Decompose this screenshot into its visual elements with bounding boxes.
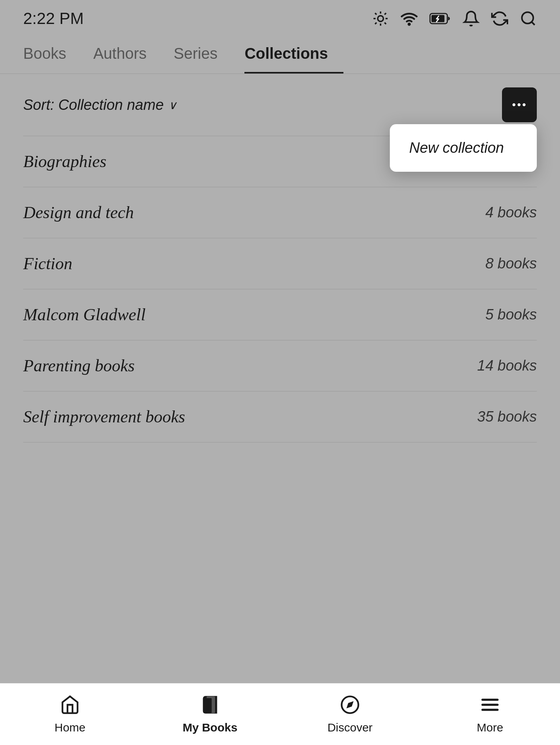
collection-item-fiction[interactable]: Fiction 8 books [23, 238, 537, 289]
sort-label[interactable]: Sort: Collection name ∨ [23, 97, 177, 113]
nav-tabs: Books Authors Series Collections [0, 35, 560, 74]
collection-item-self-improvement[interactable]: Self improvement books 35 books [23, 391, 537, 443]
collection-item-design-tech[interactable]: Design and tech 4 books [23, 187, 537, 238]
collection-count: 4 books [485, 204, 537, 221]
bottom-nav-my-books[interactable]: My Books [140, 695, 280, 734]
my-books-label: My Books [183, 721, 237, 734]
status-bar: 2:22 PM [0, 0, 560, 35]
status-icons [372, 8, 537, 29]
more-button[interactable]: ••• [502, 87, 537, 122]
collection-count: 8 books [485, 255, 537, 272]
status-time: 2:22 PM [23, 9, 84, 28]
sort-chevron-icon: ∨ [168, 98, 177, 112]
collection-item-parenting-books[interactable]: Parenting books 14 books [23, 340, 537, 391]
battery-icon [429, 8, 451, 29]
collection-name: Malcom Gladwell [23, 305, 146, 325]
bottom-nav: Home My Books Discover [0, 683, 560, 745]
dropdown-menu: New collection [390, 124, 537, 172]
discover-label: Discover [328, 721, 373, 734]
tab-collections[interactable]: Collections [244, 35, 343, 73]
svg-point-12 [522, 12, 533, 24]
new-collection-button[interactable]: New collection [390, 124, 537, 172]
svg-point-0 [378, 16, 384, 22]
more-nav-icon [480, 695, 500, 718]
svg-line-8 [384, 13, 386, 15]
svg-line-13 [532, 22, 535, 25]
tab-books[interactable]: Books [23, 35, 82, 73]
sort-right: ••• New collection [502, 87, 537, 122]
sync-icon[interactable] [491, 10, 508, 27]
main-content: Sort: Collection name ∨ ••• New collecti… [0, 74, 560, 443]
notification-icon[interactable] [463, 10, 480, 27]
search-icon[interactable] [520, 10, 537, 27]
svg-point-9 [408, 24, 410, 25]
collection-item-malcom-gladwell[interactable]: Malcom Gladwell 5 books [23, 289, 537, 340]
collection-count: 5 books [485, 306, 537, 323]
home-icon [60, 695, 80, 718]
bottom-nav-discover[interactable]: Discover [280, 695, 420, 734]
bottom-nav-home[interactable]: Home [0, 695, 140, 734]
collection-count: 35 books [477, 408, 537, 425]
more-label: More [477, 721, 503, 734]
my-books-icon [200, 695, 220, 718]
sort-bar: Sort: Collection name ∨ ••• New collecti… [23, 74, 537, 136]
home-label: Home [55, 721, 85, 734]
collection-name: Design and tech [23, 203, 134, 222]
svg-rect-15 [203, 698, 212, 713]
collection-count: 14 books [477, 357, 537, 374]
svg-marker-17 [347, 701, 353, 708]
wifi-icon [401, 10, 418, 27]
collection-name: Biographies [23, 152, 106, 171]
tab-series[interactable]: Series [174, 35, 233, 73]
svg-line-7 [375, 22, 377, 24]
collection-name: Parenting books [23, 356, 135, 376]
bottom-nav-more[interactable]: More [420, 695, 560, 734]
svg-line-3 [375, 13, 377, 15]
tab-authors[interactable]: Authors [93, 35, 162, 73]
collection-list: Biographies Design and tech 4 books Fict… [23, 136, 537, 443]
collection-name: Self improvement books [23, 407, 185, 427]
svg-line-4 [384, 22, 386, 24]
discover-icon [340, 695, 360, 718]
sort-bar-container: Sort: Collection name ∨ ••• New collecti… [23, 74, 537, 136]
collection-name: Fiction [23, 254, 72, 273]
brightness-icon [372, 10, 389, 27]
